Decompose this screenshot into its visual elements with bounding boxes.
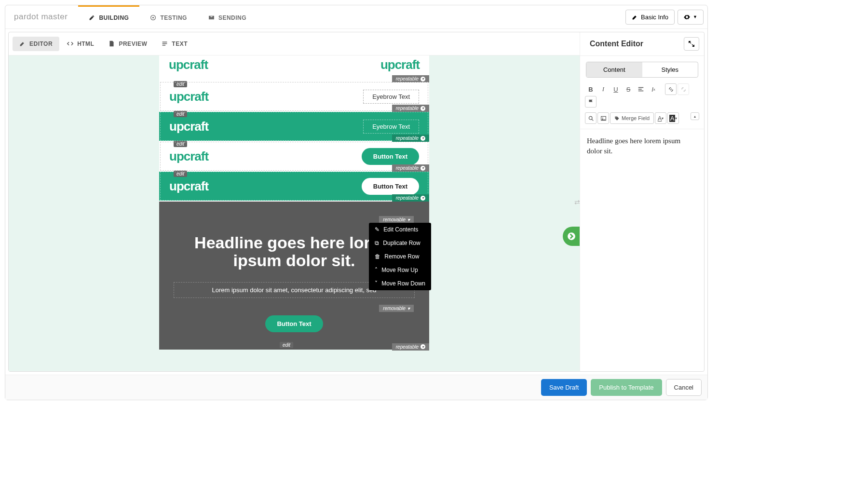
logo: upcraft [169,89,208,104]
content-editor-panel: ⇄ Content Editor Content Styles B I U S … [580,32,704,371]
menu-remove-row[interactable]: 🗑Remove Row [369,250,431,263]
editor-textarea[interactable]: Headline goes here lorem ipsum dolor sit… [580,129,704,163]
panel-tab-content[interactable]: Content [586,62,642,77]
chevron-up-icon: ˄ [375,267,378,273]
block-hero-dark[interactable]: removable▾ Headline goes here lorem ipsu… [159,202,429,350]
chevron-down-icon: ˅ [375,280,378,287]
pencil-icon [632,14,638,20]
svg-point-2 [568,232,575,240]
flag-icon [588,99,594,105]
search-icon [588,115,594,122]
flag-button[interactable] [585,96,597,108]
tab-sending-label: SENDING [218,14,246,21]
clear-format-button[interactable]: Ix [648,83,659,95]
chevron-right-icon [567,232,576,241]
tab-building[interactable]: BUILDING [78,5,139,28]
copy-icon: ⧉ [375,240,379,246]
basic-info-button[interactable]: Basic Info [625,10,675,25]
file-icon [108,41,115,47]
logo: upcraft [169,179,208,194]
cta-button[interactable]: Button Text [265,315,323,332]
merge-field-label: Merge Field [622,115,650,121]
link-button[interactable] [665,83,677,95]
tab-building-label: BUILDING [99,14,129,21]
repeatable-tag[interactable]: repeatable▾ [392,343,429,351]
tool-text-label: TEXT [172,41,188,47]
image-button[interactable] [597,112,609,124]
repeatable-tag[interactable]: repeatable▾ [392,194,429,202]
svg-point-1 [152,17,154,18]
eyebrow-text[interactable]: Eyebrow Text [363,120,419,134]
menu-move-down[interactable]: ˅Move Row Down [369,277,431,290]
tool-preview[interactable]: PREVIEW [102,37,154,51]
caret-down-icon: ▼ [693,14,697,19]
block-two-logos[interactable]: upcraft upcraft [159,55,429,81]
removable-tag[interactable]: removable▾ [379,216,414,223]
tag-icon [614,116,620,121]
settings-menu-button[interactable]: ▼ [678,10,704,25]
save-draft-button[interactable]: Save Draft [541,379,587,396]
repeatable-tag[interactable]: repeatable▾ [392,105,429,112]
removable-tag[interactable]: removable▾ [379,305,414,312]
eyebrow-text[interactable]: Eyebrow Text [363,90,419,104]
code-icon [67,41,73,47]
menu-move-up[interactable]: ˄Move Row Up [369,263,431,277]
block-logo-button-white[interactable]: edit upcraft Button Text repeatable▾ [159,142,429,171]
image-icon [600,115,607,122]
edit-tag[interactable]: edit [280,342,293,348]
strike-button[interactable]: S [623,83,634,95]
align-button[interactable] [635,83,647,95]
view-tools: EDITOR HTML PREVIEW TEXT [9,32,580,55]
cta-button[interactable]: Button Text [362,178,419,195]
edit-icon [19,41,26,47]
text-color-button[interactable]: A▾ [655,112,666,124]
rte-toolbar: B I U S Ix [580,83,704,129]
panel-tabs: Content Styles [586,62,698,78]
tool-text[interactable]: TEXT [155,37,194,51]
cancel-button[interactable]: Cancel [666,379,702,396]
expand-panel-button[interactable] [563,227,580,246]
source-button[interactable] [585,112,597,124]
logo: upcraft [169,119,208,134]
menu-edit-contents[interactable]: ✎Edit Contents [369,223,431,236]
brand-title: pardot master [14,12,68,22]
unlink-icon [680,86,687,93]
repeatable-tag[interactable]: repeatable▾ [392,135,429,142]
publish-button[interactable]: Publish to Template [591,379,662,396]
italic-button[interactable]: I [597,83,609,95]
tab-sending[interactable]: SENDING [198,5,257,28]
underline-button[interactable]: U [610,83,622,95]
trash-icon: 🗑 [375,253,380,260]
logo: upcraft [169,57,208,72]
cta-button[interactable]: Button Text [362,148,419,165]
footer-actions: Save Draft Publish to Template Cancel [5,375,707,400]
unlink-button[interactable] [678,83,689,95]
panel-resize-handle[interactable]: ⇄ [574,198,580,206]
tool-editor[interactable]: EDITOR [13,37,59,51]
block-logo-eyebrow-green[interactable]: edit upcraft Eyebrow Text repeatable▾ [159,112,429,141]
tool-html[interactable]: HTML [60,37,101,51]
repeatable-tag[interactable]: repeatable▾ [392,164,429,172]
collapse-toolbar-button[interactable]: ▴ [691,112,699,120]
repeatable-tag[interactable]: repeatable▾ [392,75,429,82]
edit-icon [89,14,95,21]
bg-color-button[interactable]: A▾ [667,112,679,124]
tab-testing-label: TESTING [160,14,187,21]
tab-testing[interactable]: TESTING [139,5,198,28]
block-logo-eyebrow-white[interactable]: repeatable▾ edit upcraft Eyebrow Text re… [159,82,429,111]
pencil-icon: ✎ [375,226,380,233]
menu-duplicate-row[interactable]: ⧉Duplicate Row [369,236,431,250]
link-icon [668,86,674,93]
send-icon [208,14,215,21]
block-logo-button-green[interactable]: edit upcraft Button Text repeatable▾ [159,172,429,201]
tool-html-label: HTML [77,41,94,47]
logo: upcraft [169,149,208,164]
expand-button[interactable] [684,37,699,51]
main-tabs: BUILDING TESTING SENDING [78,5,257,28]
panel-tab-styles[interactable]: Styles [642,62,698,77]
svg-point-3 [589,116,592,120]
expand-icon [688,41,695,47]
merge-field-button[interactable]: Merge Field [610,112,654,124]
svg-point-5 [602,117,603,118]
bold-button[interactable]: B [585,83,597,95]
